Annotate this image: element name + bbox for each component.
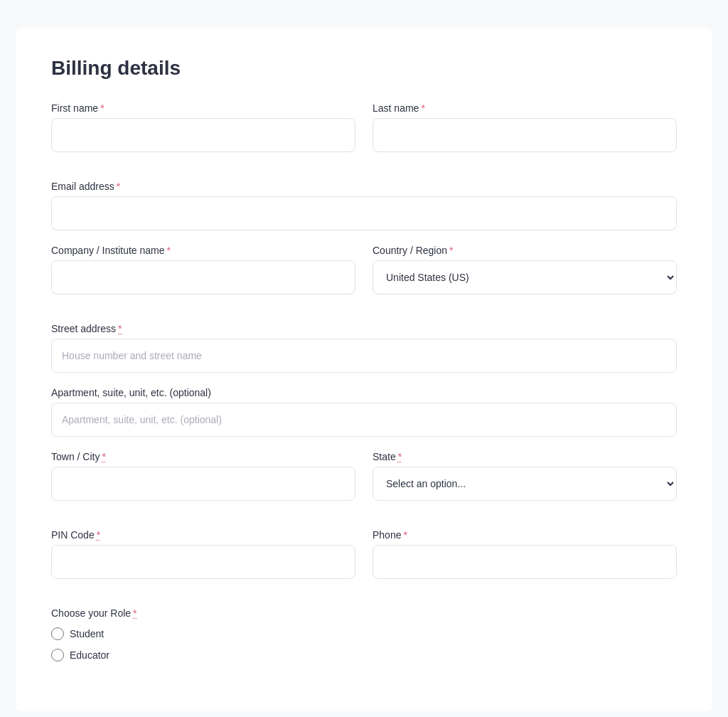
city-label: Town / City*: [51, 451, 355, 462]
email-label: Email address*: [51, 181, 677, 192]
role-student-option[interactable]: Student: [51, 627, 677, 640]
state-select[interactable]: Select an option... Alabama Alaska Arizo…: [373, 467, 677, 501]
street-required: *: [118, 323, 122, 334]
company-label: Company / Institute name*: [51, 245, 355, 256]
street-input[interactable]: [51, 339, 677, 373]
last-name-group: Last name*: [373, 102, 677, 152]
company-group: Company / Institute name*: [51, 245, 355, 294]
company-required: *: [167, 245, 171, 256]
role-label: Choose your Role*: [51, 607, 677, 619]
name-row: First name* Last name*: [51, 102, 677, 166]
phone-group: Phone*: [373, 529, 677, 579]
company-input[interactable]: [51, 260, 355, 294]
billing-form: Billing details First name* Last name* E…: [16, 28, 712, 711]
email-input[interactable]: [51, 196, 677, 230]
apartment-label: Apartment, suite, unit, etc. (optional): [51, 387, 677, 398]
city-state-row: Town / City* State* Select an option... …: [51, 451, 677, 515]
city-group: Town / City*: [51, 451, 355, 501]
state-label: State*: [373, 451, 677, 462]
pin-phone-row: PIN Code* Phone*: [51, 529, 677, 593]
first-name-input[interactable]: [51, 118, 355, 152]
role-educator-option[interactable]: Educator: [51, 649, 677, 662]
page-title: Billing details: [51, 57, 677, 80]
first-name-required: *: [100, 102, 104, 114]
pin-required: *: [97, 529, 100, 541]
last-name-required: *: [421, 102, 424, 114]
last-name-input[interactable]: [373, 118, 677, 152]
country-label: Country / Region*: [373, 245, 677, 256]
email-required: *: [117, 181, 120, 192]
first-name-group: First name*: [51, 102, 355, 152]
phone-required: *: [403, 529, 407, 541]
first-name-label: First name*: [51, 102, 355, 114]
street-label: Street address*: [51, 323, 677, 334]
pin-input[interactable]: [51, 545, 355, 579]
phone-label: Phone*: [373, 529, 677, 541]
role-section: Choose your Role* Student Educator: [51, 607, 677, 662]
state-required: *: [398, 451, 402, 462]
phone-input[interactable]: [373, 545, 677, 579]
city-input[interactable]: [51, 467, 355, 501]
country-required: *: [449, 245, 453, 256]
role-required: *: [133, 607, 136, 619]
pin-label: PIN Code*: [51, 529, 355, 541]
apartment-group: Apartment, suite, unit, etc. (optional): [51, 387, 677, 437]
pin-group: PIN Code*: [51, 529, 355, 579]
email-group: Email address*: [51, 181, 677, 230]
role-student-radio[interactable]: [51, 627, 64, 640]
company-country-row: Company / Institute name* Country / Regi…: [51, 245, 677, 309]
street-group: Street address*: [51, 323, 677, 373]
last-name-label: Last name*: [373, 102, 677, 114]
state-group: State* Select an option... Alabama Alask…: [373, 451, 677, 501]
role-educator-radio[interactable]: [51, 649, 64, 662]
country-select[interactable]: United States (US) Canada United Kingdom…: [373, 260, 677, 294]
role-educator-label: Educator: [70, 649, 109, 661]
city-required: *: [102, 451, 105, 462]
country-group: Country / Region* United States (US) Can…: [373, 245, 677, 294]
role-student-label: Student: [70, 628, 104, 639]
apartment-input[interactable]: [51, 403, 677, 437]
